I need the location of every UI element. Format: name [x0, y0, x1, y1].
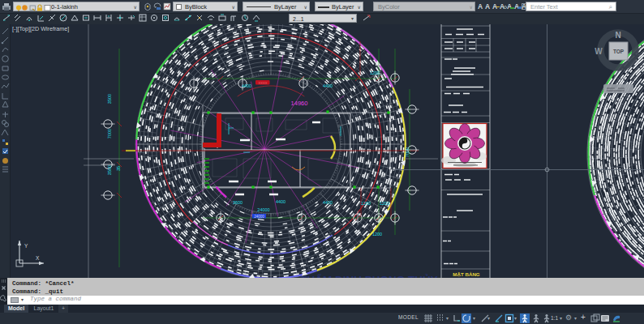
svg-text:[-][Top][2D Wireframe]: [-][Top][2D Wireframe] — [12, 25, 69, 32]
svg-text:TOP: TOP — [613, 49, 625, 54]
svg-text:3500: 3500 — [107, 94, 112, 104]
svg-text:4400: 4400 — [242, 83, 251, 88]
svg-text:1200: 1200 — [372, 232, 382, 237]
svg-text:4400: 4400 — [323, 200, 333, 205]
svg-text:4400: 4400 — [276, 199, 286, 204]
svg-text:24000: 24000 — [257, 207, 269, 212]
svg-text:35: 35 — [116, 166, 121, 171]
svg-text:XXXX: XXXX — [258, 81, 267, 85]
svg-text:W: W — [595, 47, 603, 56]
svg-text:N: N — [615, 31, 620, 40]
svg-text:X: X — [36, 255, 40, 261]
svg-text:Y: Y — [24, 243, 28, 249]
svg-text:4400: 4400 — [323, 83, 333, 88]
svg-text:7000: 7000 — [405, 147, 410, 157]
svg-text:3500: 3500 — [107, 165, 112, 175]
svg-text:1200: 1200 — [370, 70, 380, 75]
svg-text:7000: 7000 — [107, 129, 112, 139]
svg-text:14960: 14960 — [291, 100, 308, 107]
svg-text:1200: 1200 — [380, 201, 389, 206]
svg-text:24000: 24000 — [254, 215, 264, 219]
svg-text:3600: 3600 — [233, 200, 243, 205]
svg-text:MẶT BẰNG: MẶT BẰNG — [453, 271, 480, 277]
svg-text:1200: 1200 — [361, 201, 371, 206]
